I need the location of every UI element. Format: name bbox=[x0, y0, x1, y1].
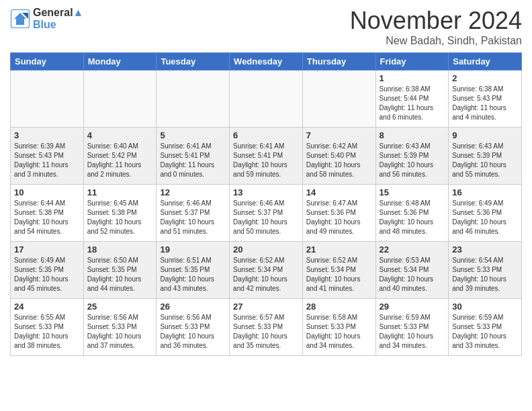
weekday-thursday: Thursday bbox=[302, 53, 375, 71]
weekday-tuesday: Tuesday bbox=[157, 53, 230, 71]
day-number: 23 bbox=[452, 244, 518, 255]
day-info: Sunrise: 6:55 AMSunset: 5:33 PMDaylight:… bbox=[14, 313, 80, 351]
day-number: 20 bbox=[233, 244, 299, 255]
day-info: Sunrise: 6:49 AMSunset: 5:35 PMDaylight:… bbox=[14, 256, 80, 293]
calendar-cell: 28Sunrise: 6:58 AMSunset: 5:33 PMDayligh… bbox=[302, 299, 375, 356]
calendar-cell bbox=[157, 71, 230, 128]
weekday-header-row: SundayMondayTuesdayWednesdayThursdayFrid… bbox=[11, 53, 522, 71]
title-block: November 2024 New Badah, Sindh, Pakistan bbox=[350, 7, 522, 47]
day-number: 24 bbox=[14, 302, 80, 312]
day-info: Sunrise: 6:46 AMSunset: 5:37 PMDaylight:… bbox=[160, 199, 226, 236]
day-info: Sunrise: 6:43 AMSunset: 5:39 PMDaylight:… bbox=[380, 142, 445, 179]
calendar-cell bbox=[230, 71, 303, 128]
day-info: Sunrise: 6:56 AMSunset: 5:33 PMDaylight:… bbox=[160, 313, 226, 351]
calendar-cell: 7Sunrise: 6:42 AMSunset: 5:40 PMDaylight… bbox=[302, 128, 375, 185]
day-info: Sunrise: 6:59 AMSunset: 5:33 PMDaylight:… bbox=[452, 313, 518, 351]
day-info: Sunrise: 6:49 AMSunset: 5:36 PMDaylight:… bbox=[452, 199, 518, 236]
calendar-cell: 2Sunrise: 6:38 AMSunset: 5:43 PMDaylight… bbox=[449, 71, 522, 128]
calendar-cell: 10Sunrise: 6:44 AMSunset: 5:38 PMDayligh… bbox=[11, 185, 84, 242]
day-info: Sunrise: 6:38 AMSunset: 5:43 PMDaylight:… bbox=[452, 85, 518, 122]
day-info: Sunrise: 6:52 AMSunset: 5:34 PMDaylight:… bbox=[306, 256, 372, 293]
day-info: Sunrise: 6:46 AMSunset: 5:37 PMDaylight:… bbox=[233, 199, 299, 236]
day-info: Sunrise: 6:42 AMSunset: 5:40 PMDaylight:… bbox=[306, 142, 372, 179]
day-number: 28 bbox=[306, 302, 372, 312]
day-info: Sunrise: 6:44 AMSunset: 5:38 PMDaylight:… bbox=[14, 199, 80, 236]
day-number: 1 bbox=[380, 73, 445, 83]
calendar-cell: 24Sunrise: 6:55 AMSunset: 5:33 PMDayligh… bbox=[11, 299, 84, 356]
calendar-cell: 5Sunrise: 6:41 AMSunset: 5:41 PMDaylight… bbox=[157, 128, 230, 185]
day-number: 25 bbox=[87, 302, 153, 312]
calendar-cell: 12Sunrise: 6:46 AMSunset: 5:37 PMDayligh… bbox=[157, 185, 230, 242]
day-info: Sunrise: 6:54 AMSunset: 5:33 PMDaylight:… bbox=[452, 256, 518, 293]
day-info: Sunrise: 6:53 AMSunset: 5:34 PMDaylight:… bbox=[380, 256, 445, 293]
day-number: 27 bbox=[233, 302, 299, 312]
day-info: Sunrise: 6:38 AMSunset: 5:44 PMDaylight:… bbox=[380, 85, 445, 122]
page-header: General▲ Blue November 2024 New Badah, S… bbox=[10, 7, 522, 47]
day-number: 7 bbox=[306, 130, 372, 140]
day-number: 22 bbox=[380, 244, 445, 255]
day-info: Sunrise: 6:56 AMSunset: 5:33 PMDaylight:… bbox=[87, 313, 153, 351]
logo-text: General▲ Blue bbox=[33, 7, 83, 31]
month-title: November 2024 bbox=[350, 7, 522, 35]
day-number: 17 bbox=[14, 244, 80, 255]
weekday-sunday: Sunday bbox=[11, 53, 84, 71]
calendar-cell: 20Sunrise: 6:52 AMSunset: 5:34 PMDayligh… bbox=[230, 242, 303, 299]
calendar-week-1: 1Sunrise: 6:38 AMSunset: 5:44 PMDaylight… bbox=[11, 71, 522, 128]
day-info: Sunrise: 6:41 AMSunset: 5:41 PMDaylight:… bbox=[160, 142, 226, 179]
calendar-cell: 27Sunrise: 6:57 AMSunset: 5:33 PMDayligh… bbox=[230, 299, 303, 356]
calendar-cell: 8Sunrise: 6:43 AMSunset: 5:39 PMDaylight… bbox=[375, 128, 449, 185]
day-number: 12 bbox=[160, 187, 226, 197]
day-info: Sunrise: 6:45 AMSunset: 5:38 PMDaylight:… bbox=[87, 199, 153, 236]
calendar-cell bbox=[83, 71, 157, 128]
calendar-cell: 14Sunrise: 6:47 AMSunset: 5:36 PMDayligh… bbox=[302, 185, 375, 242]
day-number: 11 bbox=[87, 187, 153, 197]
day-info: Sunrise: 6:39 AMSunset: 5:43 PMDaylight:… bbox=[14, 142, 80, 179]
day-info: Sunrise: 6:41 AMSunset: 5:41 PMDaylight:… bbox=[233, 142, 299, 179]
calendar-cell: 15Sunrise: 6:48 AMSunset: 5:36 PMDayligh… bbox=[375, 185, 449, 242]
weekday-monday: Monday bbox=[83, 53, 157, 71]
calendar-cell: 11Sunrise: 6:45 AMSunset: 5:38 PMDayligh… bbox=[83, 185, 157, 242]
day-number: 18 bbox=[87, 244, 153, 255]
day-number: 10 bbox=[14, 187, 80, 197]
day-info: Sunrise: 6:58 AMSunset: 5:33 PMDaylight:… bbox=[306, 313, 372, 351]
weekday-friday: Friday bbox=[375, 53, 449, 71]
logo-icon bbox=[10, 9, 30, 29]
location: New Badah, Sindh, Pakistan bbox=[350, 35, 522, 47]
day-info: Sunrise: 6:50 AMSunset: 5:35 PMDaylight:… bbox=[87, 256, 153, 293]
day-number: 15 bbox=[380, 187, 445, 197]
calendar-week-2: 3Sunrise: 6:39 AMSunset: 5:43 PMDaylight… bbox=[11, 128, 522, 185]
weekday-wednesday: Wednesday bbox=[230, 53, 303, 71]
logo: General▲ Blue bbox=[10, 7, 83, 31]
day-info: Sunrise: 6:51 AMSunset: 5:35 PMDaylight:… bbox=[160, 256, 226, 293]
day-info: Sunrise: 6:57 AMSunset: 5:33 PMDaylight:… bbox=[233, 313, 299, 351]
calendar-cell: 22Sunrise: 6:53 AMSunset: 5:34 PMDayligh… bbox=[375, 242, 449, 299]
calendar-cell bbox=[302, 71, 375, 128]
page-container: General▲ Blue November 2024 New Badah, S… bbox=[0, 0, 532, 363]
calendar-cell: 9Sunrise: 6:43 AMSunset: 5:39 PMDaylight… bbox=[449, 128, 522, 185]
calendar-table: SundayMondayTuesdayWednesdayThursdayFrid… bbox=[10, 52, 522, 356]
day-info: Sunrise: 6:48 AMSunset: 5:36 PMDaylight:… bbox=[380, 199, 445, 236]
day-info: Sunrise: 6:59 AMSunset: 5:33 PMDaylight:… bbox=[380, 313, 445, 351]
day-number: 19 bbox=[160, 244, 226, 255]
calendar-cell: 26Sunrise: 6:56 AMSunset: 5:33 PMDayligh… bbox=[157, 299, 230, 356]
day-number: 8 bbox=[380, 130, 445, 140]
day-number: 4 bbox=[87, 130, 153, 140]
day-number: 13 bbox=[233, 187, 299, 197]
day-number: 26 bbox=[160, 302, 226, 312]
calendar-cell bbox=[11, 71, 84, 128]
calendar-cell: 1Sunrise: 6:38 AMSunset: 5:44 PMDaylight… bbox=[375, 71, 449, 128]
calendar-cell: 16Sunrise: 6:49 AMSunset: 5:36 PMDayligh… bbox=[449, 185, 522, 242]
calendar-cell: 21Sunrise: 6:52 AMSunset: 5:34 PMDayligh… bbox=[302, 242, 375, 299]
calendar-cell: 23Sunrise: 6:54 AMSunset: 5:33 PMDayligh… bbox=[449, 242, 522, 299]
day-info: Sunrise: 6:43 AMSunset: 5:39 PMDaylight:… bbox=[452, 142, 518, 179]
calendar-cell: 6Sunrise: 6:41 AMSunset: 5:41 PMDaylight… bbox=[230, 128, 303, 185]
calendar-cell: 25Sunrise: 6:56 AMSunset: 5:33 PMDayligh… bbox=[83, 299, 157, 356]
day-number: 6 bbox=[233, 130, 299, 140]
calendar-cell: 30Sunrise: 6:59 AMSunset: 5:33 PMDayligh… bbox=[449, 299, 522, 356]
day-number: 14 bbox=[306, 187, 372, 197]
day-number: 29 bbox=[380, 302, 445, 312]
day-info: Sunrise: 6:40 AMSunset: 5:42 PMDaylight:… bbox=[87, 142, 153, 179]
calendar-cell: 18Sunrise: 6:50 AMSunset: 5:35 PMDayligh… bbox=[83, 242, 157, 299]
day-number: 3 bbox=[14, 130, 80, 140]
calendar-week-4: 17Sunrise: 6:49 AMSunset: 5:35 PMDayligh… bbox=[11, 242, 522, 299]
